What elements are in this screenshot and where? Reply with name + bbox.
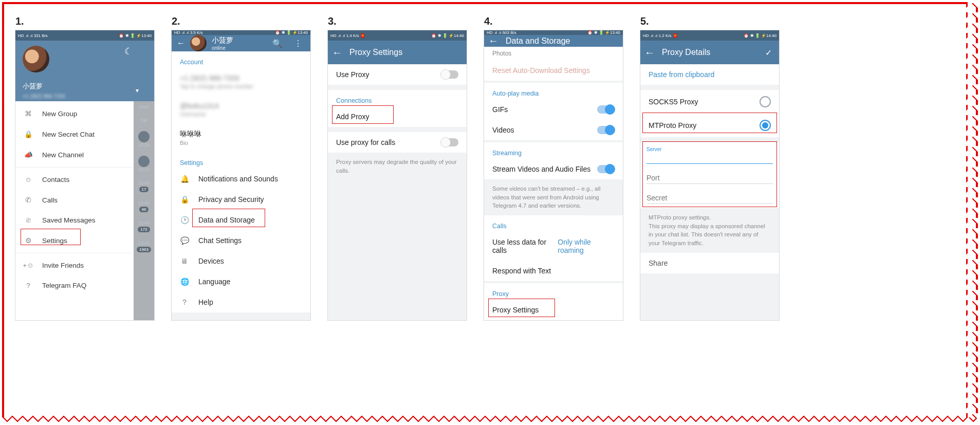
add-person-icon: +☺ — [24, 262, 33, 269]
section-header: Connections — [328, 90, 467, 106]
settings-language[interactable]: 🌐Language — [172, 271, 310, 292]
status-bar: HD .ıl .ıl 603 B/s⏰ ✱ 🔋 ⚡13:40 — [484, 30, 623, 35]
drawer-item-invite[interactable]: +☺Invite Friends — [15, 255, 134, 275]
drawer-item-secret-chat[interactable]: 🔒New Secret Chat — [15, 124, 134, 144]
account-bio[interactable]: 咻咻咻Bio — [172, 123, 310, 152]
switch-icon[interactable] — [441, 138, 458, 146]
paste-button[interactable]: Paste from clipboard — [640, 64, 779, 85]
settings-devices[interactable]: 🖥Devices — [172, 251, 310, 271]
section-header: Proxy — [484, 283, 623, 300]
settings-data-storage[interactable]: 🕑Data and Storage — [172, 210, 310, 230]
section-header: Settings — [172, 152, 310, 169]
section-header: Streaming — [484, 142, 623, 159]
port-input[interactable] — [646, 172, 773, 184]
step-number: 5. — [640, 15, 779, 27]
help-icon: ? — [180, 298, 189, 306]
torn-right — [968, 2, 980, 423]
drawer-header: ☾ 小菠萝 +1 (302) 966-7333 ▾ — [15, 41, 154, 101]
photos-row[interactable]: Photos — [484, 47, 623, 60]
night-mode-icon[interactable]: ☾ — [124, 46, 133, 57]
drawer-item-calls[interactable]: ✆Calls — [15, 190, 134, 210]
reset-button[interactable]: Reset Auto-Download Settings — [484, 60, 623, 81]
drawer-item-settings[interactable]: ⚙Settings — [15, 230, 134, 251]
globe-icon: 🌐 — [180, 278, 189, 286]
page-title: Proxy Settings — [349, 48, 402, 57]
person-icon: ☺ — [24, 176, 33, 183]
chat-icon: 💬 — [180, 236, 189, 245]
drawer-item-contacts[interactable]: ☺Contacts — [15, 170, 134, 190]
mtproto-option[interactable]: MTProto Proxy — [640, 114, 779, 137]
navigation-drawer: ⌘New Group 🔒New Secret Chat 📣New Channel… — [15, 101, 134, 320]
share-button[interactable]: Share — [640, 253, 779, 273]
bookmark-icon: ⎚ — [24, 216, 33, 224]
gifs-toggle[interactable]: GIFs — [484, 99, 623, 120]
back-icon[interactable]: ← — [644, 47, 655, 59]
stream-toggle[interactable]: Stream Videos and Audio Files — [484, 159, 623, 179]
server-input[interactable] — [646, 152, 773, 164]
bell-icon: 🔔 — [180, 175, 189, 183]
proxy-settings-row[interactable]: Proxy Settings — [484, 300, 623, 320]
more-icon[interactable]: ⋮ — [291, 35, 305, 51]
radio-icon[interactable] — [760, 120, 771, 131]
use-proxy-toggle[interactable]: Use Proxy — [328, 64, 467, 85]
status-bar: HD .ıl .ıl 1.2 K/s 🧧⏰ ✱ 🔋 ⚡14:40 — [640, 30, 779, 41]
phone-icon: ✆ — [24, 196, 33, 204]
switch-icon[interactable] — [597, 165, 615, 173]
section-header: Account — [172, 51, 310, 68]
profile-status: online — [212, 45, 233, 51]
back-icon[interactable]: ← — [332, 47, 342, 59]
account-phone[interactable]: +1 (302) 966-7333Tap to change phone num… — [172, 68, 310, 96]
avatar[interactable] — [190, 35, 207, 51]
clock-icon: 🕑 — [180, 216, 189, 224]
gear-icon: ⚙ — [24, 236, 33, 245]
add-proxy-button[interactable]: Add Proxy — [328, 106, 467, 127]
status-bar: HD .ıl .ıl 3.5 K/s⏰ ✱ 🔋 ⚡13:40 — [172, 30, 310, 35]
search-icon[interactable]: 🔍 — [269, 35, 286, 51]
hint-text: Some videos can't be streamed – e.g., al… — [484, 179, 623, 215]
lock-icon: 🔒 — [24, 130, 33, 138]
server-label: Server — [646, 146, 773, 152]
info-text: MTProto proxy settings. This proxy may d… — [640, 208, 779, 253]
back-icon[interactable]: ← — [177, 39, 185, 48]
secret-input[interactable] — [646, 192, 773, 204]
account-username[interactable]: @boku1314Username — [172, 96, 310, 123]
section-header: Calls — [484, 215, 623, 232]
step-number: 3. — [328, 15, 467, 27]
drawer-item-channel[interactable]: 📣New Channel — [15, 144, 134, 165]
megaphone-icon: 📣 — [24, 151, 33, 159]
check-icon[interactable]: ✓ — [765, 48, 772, 58]
user-name: 小菠萝 — [23, 82, 43, 91]
settings-help[interactable]: ?Help — [172, 292, 310, 312]
version-footer: Telegram for Android v5.15.0 (1869) arm6… — [172, 312, 310, 320]
step-number: 2. — [172, 15, 310, 27]
group-icon: ⌘ — [24, 109, 33, 118]
switch-icon[interactable] — [597, 105, 615, 114]
settings-privacy[interactable]: 🔒Privacy and Security — [172, 189, 310, 210]
avatar[interactable] — [23, 46, 49, 72]
videos-toggle[interactable]: Videos — [484, 120, 623, 140]
status-bar: HD .ıl .ıl 1.4 K/s 🧧⏰ ✱ 🔋 ⚡14:40 — [328, 30, 467, 41]
switch-icon[interactable] — [441, 70, 458, 79]
torn-bottom — [2, 413, 978, 425]
profile-name: 小菠萝 — [212, 36, 233, 45]
use-proxy-calls-toggle[interactable]: Use proxy for calls — [328, 132, 467, 153]
monitor-icon: 🖥 — [180, 257, 189, 265]
respond-text-row[interactable]: Respond with Text — [484, 261, 623, 281]
radio-icon[interactable] — [760, 96, 771, 107]
section-header: Auto-play media — [484, 83, 623, 99]
profile-header: ← 小菠萝 online 🔍 ⋮ — [172, 35, 310, 51]
switch-icon[interactable] — [597, 126, 615, 134]
drawer-item-faq[interactable]: ?Telegram FAQ — [15, 275, 134, 295]
chevron-down-icon[interactable]: ▾ — [136, 87, 139, 94]
chat-list-dimmed: 🔍 Wed Sat 13:28 13:21 13:4017 13:4046 13… — [134, 101, 154, 320]
drawer-item-new-group[interactable]: ⌘New Group — [15, 103, 134, 124]
settings-chat[interactable]: 💬Chat Settings — [172, 230, 310, 251]
back-icon[interactable]: ← — [488, 35, 498, 47]
help-icon: ? — [24, 282, 33, 289]
settings-notifications[interactable]: 🔔Notifications and Sounds — [172, 169, 310, 189]
drawer-item-saved[interactable]: ⎚Saved Messages — [15, 210, 134, 230]
socks5-option[interactable]: SOCKS5 Proxy — [640, 90, 779, 114]
status-bar: HD .ıl .ıl 331 B/s ⏰ ✱ 🔋 ⚡13:40 — [15, 30, 154, 41]
hint-text: Proxy servers may degrade the quality of… — [328, 153, 467, 320]
less-data-row[interactable]: Use less data for callsOnly while roamin… — [484, 232, 623, 261]
